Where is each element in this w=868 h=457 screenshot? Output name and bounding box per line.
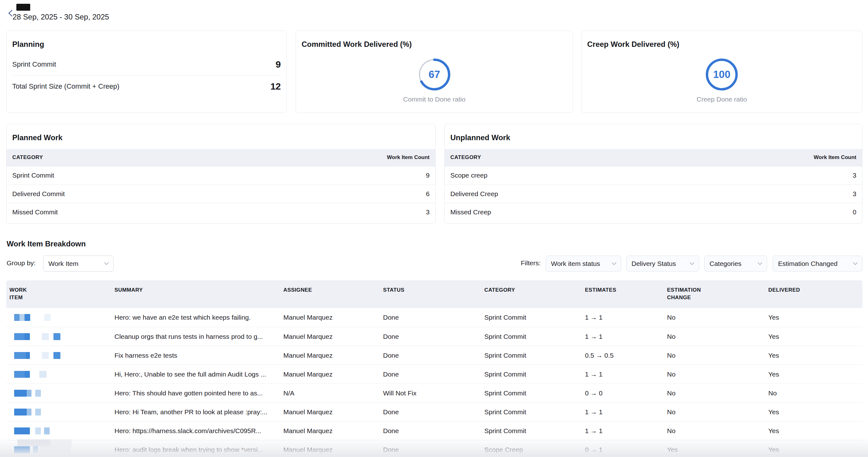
work-item-row[interactable]: Hi, Hero:, Unable to see the full admin … [6, 365, 862, 384]
summary-cell: Hero: Hi Team, another PR to look at ple… [111, 408, 280, 416]
estimates-cell: 1 → 1 [582, 370, 664, 378]
column-work-item-count: Work Item Count [387, 154, 430, 161]
category-count: 9 [426, 172, 430, 179]
filter-delivery-status[interactable]: Delivery Status [626, 256, 699, 271]
category-cell: Sprint Commit [481, 352, 582, 359]
category-label: Missed Commit [12, 208, 58, 216]
summary-cell: Hi, Hero:, Unable to see the full admin … [111, 370, 280, 378]
estimation-change-cell: No [664, 408, 765, 416]
work-item-row[interactable]: Hero: This should have gotten pointed he… [6, 384, 862, 402]
planning-metric-row: Sprint Commit 9 [12, 54, 281, 75]
estimation-change-cell: No [664, 352, 765, 359]
category-row: Missed Commit 3 [7, 203, 435, 221]
creep-work-card: Creep Work Delivered (%) 100 Creep Done … [581, 31, 862, 113]
planning-card-title: Planning [12, 40, 44, 49]
filter-estimation-changed[interactable]: Estimation Changed [773, 256, 862, 271]
work-item-row[interactable]: Hero: https://harness.slack.com/archives… [6, 421, 862, 440]
work-item-id-redaction [35, 427, 41, 434]
category-row: Scope creep 3 [445, 166, 862, 185]
status-cell: Done [380, 446, 481, 454]
delivered-cell: Yes [765, 352, 862, 359]
sprint-report-page: 28 Sep, 2025 - 30 Sep, 2025 Planning Spr… [0, 0, 868, 457]
work-item-row[interactable]: Hero: Hi Team, another PR to look at ple… [6, 402, 862, 421]
chevron-down-icon [690, 262, 694, 265]
work-item-id-redaction [54, 352, 60, 359]
breakdown-table-body: Hero: we have an e2e test which keeps fa… [6, 308, 862, 457]
planning-card: Planning Sprint Commit 9 Total Sprint Si… [6, 31, 287, 113]
unplanned-work-card: Unplanned Work CATEGORY Work Item Count … [444, 124, 862, 224]
filter-label: Estimation Changed [778, 260, 837, 267]
category-row: Sprint Commit 9 [7, 166, 435, 185]
category-cell: Sprint Commit [481, 370, 582, 378]
category-cell: Sprint Commit [481, 333, 582, 340]
category-count: 3 [852, 190, 856, 198]
filter-categories[interactable]: Categories [704, 256, 767, 271]
assignee-cell: Manuel Marquez [280, 333, 380, 340]
work-item-id-redaction [39, 446, 71, 453]
work-item-id-redaction [27, 390, 31, 397]
category-cell: Scope Creep [481, 446, 582, 454]
category-label: Missed Creep [451, 208, 491, 216]
summary-cell: Cleanup orgs that runs tests in harness … [111, 333, 280, 340]
table-column-header: ESTIMATION CHANGE [664, 286, 765, 301]
delivered-cell: Yes [765, 314, 862, 321]
summary-cell: Hero: https://harness.slack.com/archives… [111, 427, 280, 435]
unplanned-work-rows: Scope creep 3 Delivered Creep 3 Missed C… [445, 166, 862, 221]
work-item-id-redaction [14, 446, 30, 453]
committed-card-title: Committed Work Delivered (%) [302, 40, 412, 49]
work-item-id-cell [6, 446, 111, 453]
unplanned-work-title: Unplanned Work [451, 133, 510, 142]
planning-metrics: Sprint Commit 9 Total Sprint Size (Commi… [12, 54, 281, 97]
category-count: 3 [426, 208, 430, 216]
work-item-id-redaction [39, 371, 46, 378]
assignee-cell: Manuel Marquez [280, 446, 380, 454]
work-item-id-redaction [44, 314, 51, 321]
metric-value: 12 [271, 81, 281, 92]
metric-value: 9 [276, 59, 281, 70]
work-item-id-cell [6, 333, 111, 340]
estimation-change-cell: No [664, 333, 765, 340]
planned-work-card: Planned Work CATEGORY Work Item Count Sp… [6, 124, 436, 224]
group-by-value: Work Item [49, 260, 78, 267]
delivered-cell: Yes [765, 408, 862, 416]
creep-card-title: Creep Work Delivered (%) [587, 40, 679, 49]
category-count: 6 [426, 190, 430, 198]
status-cell: Done [380, 352, 481, 359]
delivered-cell: Yes [765, 370, 862, 378]
estimation-change-cell: No [664, 370, 765, 378]
creep-gauge: 100 [705, 57, 739, 92]
work-item-id-redaction [14, 333, 25, 340]
work-item-id-redaction [33, 446, 38, 453]
work-item-id-redaction [27, 409, 31, 416]
status-cell: Done [380, 370, 481, 378]
category-count: 3 [852, 172, 856, 179]
committed-work-card: Committed Work Delivered (%) 67 Commit t… [296, 31, 573, 113]
chevron-down-icon [757, 262, 762, 265]
filter-label: Work item status [551, 260, 600, 267]
filter-work-item-status[interactable]: Work item status [546, 256, 621, 271]
work-item-id-cell [6, 371, 111, 378]
table-column-header: ASSIGNEE [280, 286, 380, 294]
estimation-change-cell: No [664, 389, 765, 397]
estimates-cell: 0 → 1 [582, 446, 664, 454]
work-item-id-redaction [14, 314, 20, 321]
group-by-dropdown[interactable]: Work Item [43, 256, 114, 271]
work-item-id-cell [6, 390, 111, 397]
work-item-row[interactable]: Hero: we have an e2e test which keeps fa… [6, 308, 862, 327]
metric-label: Sprint Commit [12, 60, 56, 68]
status-cell: Will Not Fix [380, 389, 481, 397]
work-item-id-cell [6, 314, 111, 321]
summary-cell: Hero: we have an e2e test which keeps fa… [111, 314, 280, 321]
category-cell: Sprint Commit [481, 389, 582, 397]
table-column-header: WORK ITEM [6, 286, 111, 301]
category-cell: Sprint Commit [481, 427, 582, 435]
category-count: 0 [852, 208, 856, 216]
delivered-cell: No [765, 389, 862, 397]
work-item-row[interactable]: Cleanup orgs that runs tests in harness … [6, 327, 862, 346]
delivered-cell: Yes [765, 333, 862, 340]
work-item-id-cell [6, 409, 111, 416]
column-work-item-count: Work Item Count [814, 154, 856, 161]
filter-label: Delivery Status [631, 260, 676, 267]
planned-work-header: CATEGORY Work Item Count [7, 149, 435, 166]
work-item-row[interactable]: Fix harness e2e tests Manuel Marquez Don… [6, 346, 862, 365]
